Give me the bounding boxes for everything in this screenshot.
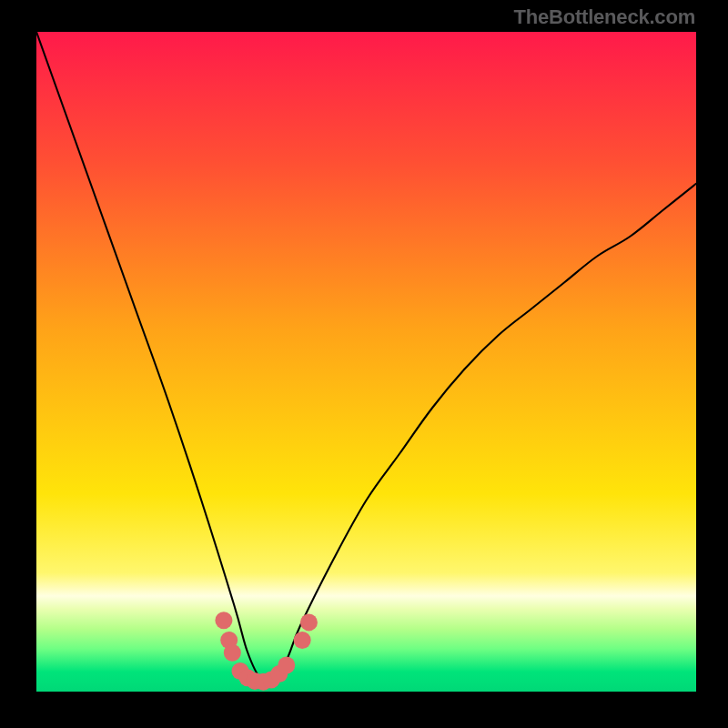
marker-dot (215, 612, 232, 629)
plot-area (36, 32, 696, 692)
gradient-background (36, 32, 696, 692)
marker-dot (300, 613, 318, 631)
marker-dot (278, 657, 295, 674)
chart-frame: TheBottleneck.com (0, 0, 728, 728)
marker-dot (224, 644, 241, 662)
marker-dot (294, 632, 311, 649)
watermark-text: TheBottleneck.com (513, 5, 695, 29)
bottleneck-chart (36, 32, 696, 692)
